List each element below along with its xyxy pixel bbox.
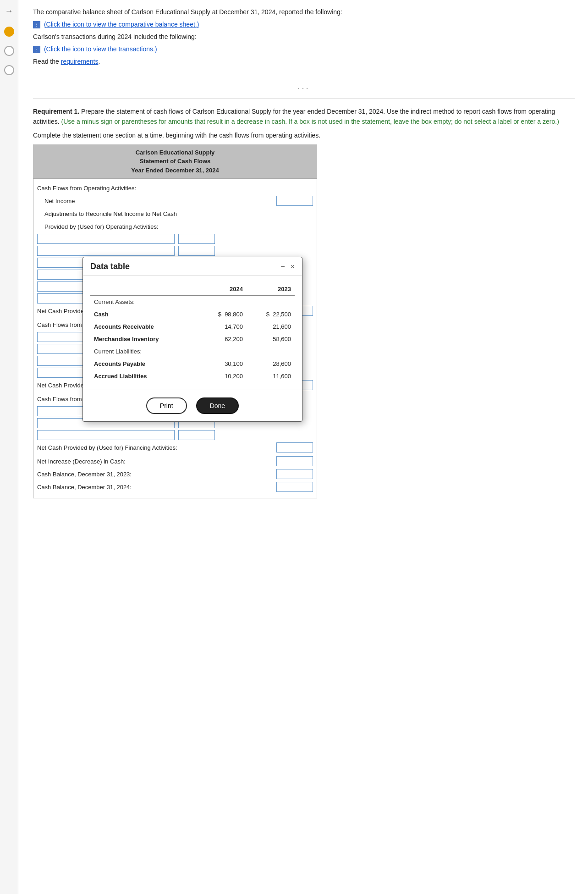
adjustments-label: Adjustments to Reconcile Net Income to N… — [37, 210, 313, 217]
current-assets-header-row: Current Assets: — [90, 296, 295, 309]
ar-row: Accounts Receivable 14,700 21,600 — [90, 320, 295, 333]
modal-controls: − × — [280, 263, 295, 270]
sidebar: → — [0, 0, 18, 894]
transactions-link-row: ⋮ (Click the icon to view the transactio… — [33, 44, 575, 54]
accrued-label: Accrued Liabilities — [90, 370, 198, 382]
accrued-2024: 10,200 — [198, 370, 247, 382]
req1-complete-text: Complete the statement one section at a … — [33, 132, 575, 139]
cash-begin-input[interactable] — [276, 469, 313, 479]
operating-header-row: Cash Flows from Operating Activities: — [37, 182, 313, 193]
net-increase-label: Net Increase (Decrease) in Cash: — [37, 458, 273, 465]
inventory-2024: 62,200 — [198, 333, 247, 345]
inventory-2023: 58,600 — [247, 333, 295, 345]
operating-input-row-2 — [37, 246, 313, 256]
net-cash-financing-input[interactable] — [276, 442, 313, 453]
operating-input-row-1 — [37, 234, 313, 244]
statement-title: Statement of Cash Flows — [35, 157, 315, 166]
req1-text: Requirement 1. Prepare the statement of … — [33, 106, 575, 127]
current-liabilities-header-row: Current Liabilities: — [90, 345, 295, 358]
modal-body: 2024 2023 Current Assets: Cash $ 98,800 … — [83, 276, 302, 390]
cash-label: Cash — [90, 308, 198, 320]
done-button[interactable]: Done — [196, 397, 239, 414]
sidebar-arrow-icon[interactable]: → — [3, 5, 16, 17]
cash-2023: $ 22,500 — [247, 308, 295, 320]
table-icon-1[interactable]: ⋮ — [33, 21, 40, 28]
ar-2024: 14,700 — [198, 320, 247, 333]
cash-begin-label: Cash Balance, December 31, 2023: — [37, 471, 273, 478]
ap-2024: 30,100 — [198, 358, 247, 370]
dots-divider: ... — [33, 82, 575, 91]
modal-col-2023: 2023 — [247, 283, 295, 296]
balance-sheet-link-row: ⋮ (Click the icon to view the comparativ… — [33, 20, 575, 29]
ap-label: Accounts Payable — [90, 358, 198, 370]
modal-data-table: 2024 2023 Current Assets: Cash $ 98,800 … — [90, 283, 295, 382]
current-assets-label: Current Assets: — [90, 296, 295, 309]
fin-value-3[interactable] — [178, 430, 215, 440]
req1-green-note: (Use a minus sign or parentheses for amo… — [61, 118, 559, 125]
accrued-2023: 11,600 — [247, 370, 295, 382]
cash-end-label: Cash Balance, December 31, 2024: — [37, 484, 273, 491]
cash-end-row: Cash Balance, December 31, 2024: — [37, 481, 313, 492]
ap-2023: 28,600 — [247, 358, 295, 370]
provided-label-row: Provided by (Used for) Operating Activit… — [37, 221, 313, 232]
main-content: The comparative balance sheet of Carlson… — [22, 0, 586, 894]
statement-company: Carlson Educational Supply — [35, 148, 315, 157]
net-cash-financing-row: Net Cash Provided by (Used for) Financin… — [37, 442, 313, 453]
read-period: . — [98, 58, 100, 65]
bottom-divider — [33, 99, 575, 99]
fin-label-3[interactable] — [37, 430, 175, 440]
inventory-label: Merchandise Inventory — [90, 333, 198, 345]
net-income-label: Net Income — [37, 198, 273, 204]
net-cash-financing-label: Net Cash Provided by (Used for) Financin… — [37, 444, 273, 451]
sidebar-circle-empty-1[interactable] — [4, 46, 14, 56]
net-increase-row: Net Increase (Decrease) in Cash: — [37, 456, 313, 467]
modal-col-label — [90, 283, 198, 296]
provided-label: Provided by (Used for) Operating Activit… — [37, 223, 313, 230]
op-label-2[interactable] — [37, 246, 175, 256]
adjustments-row: Adjustments to Reconcile Net Income to N… — [37, 208, 313, 219]
modal-table-header-row: 2024 2023 — [90, 283, 295, 296]
net-increase-input[interactable] — [276, 456, 313, 466]
modal-col-2024: 2024 — [198, 283, 247, 296]
operating-label: Cash Flows from Operating Activities: — [37, 185, 313, 192]
current-liabilities-label: Current Liabilities: — [90, 345, 295, 358]
modal-close-button[interactable]: × — [291, 263, 295, 270]
balance-sheet-link[interactable]: (Click the icon to view the comparative … — [44, 21, 199, 28]
req1-label: Requirement 1. — [33, 108, 79, 115]
op-value-2[interactable] — [178, 246, 215, 256]
cash-begin-row: Cash Balance, December 31, 2023: — [37, 469, 313, 480]
sidebar-circle-empty-2[interactable] — [4, 65, 14, 75]
op-label-1[interactable] — [37, 234, 175, 244]
modal-title: Data table — [90, 262, 130, 271]
sidebar-circle-filled[interactable] — [4, 27, 14, 37]
intro-line1: The comparative balance sheet of Carlson… — [33, 7, 575, 17]
print-button[interactable]: Print — [146, 397, 187, 414]
statement-period: Year Ended December 31, 2024 — [35, 166, 315, 175]
ap-row: Accounts Payable 30,100 28,600 — [90, 358, 295, 370]
statement-header: Carlson Educational Supply Statement of … — [33, 144, 317, 179]
top-divider — [33, 74, 575, 74]
financing-input-row-3 — [37, 430, 313, 440]
data-table-modal: Data table − × 2024 2023 Current — [82, 257, 302, 422]
cash-2024: $ 98,800 — [198, 308, 247, 320]
ar-2023: 21,600 — [247, 320, 295, 333]
net-income-input[interactable] — [276, 196, 313, 206]
inventory-row: Merchandise Inventory 62,200 58,600 — [90, 333, 295, 345]
net-income-row: Net Income — [37, 195, 313, 206]
requirements-link[interactable]: requirements — [61, 58, 99, 65]
accrued-row: Accrued Liabilities 10,200 11,600 — [90, 370, 295, 382]
intro-line2: Carlson's transactions during 2024 inclu… — [33, 32, 575, 42]
modal-minimize-button[interactable]: − — [280, 263, 285, 270]
ar-label: Accounts Receivable — [90, 320, 198, 333]
cash-row: Cash $ 98,800 $ 22,500 — [90, 308, 295, 320]
read-text: Read the — [33, 58, 61, 65]
modal-titlebar: Data table − × — [83, 257, 302, 276]
op-value-1[interactable] — [178, 234, 215, 244]
cash-end-input[interactable] — [276, 482, 313, 492]
table-icon-2[interactable]: ⋮ — [33, 46, 40, 53]
transactions-link[interactable]: (Click the icon to view the transactions… — [44, 45, 157, 53]
intro-section: The comparative balance sheet of Carlson… — [33, 7, 575, 66]
modal-footer: Print Done — [83, 390, 302, 421]
requirements-row: Read the requirements. — [33, 57, 575, 66]
